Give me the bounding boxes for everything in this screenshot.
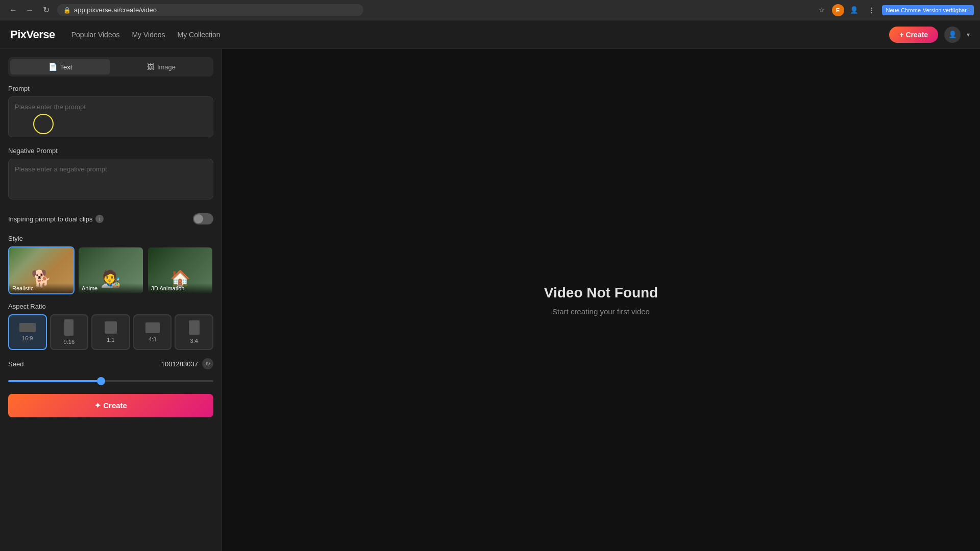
aspect-ratio-label: Aspect Ratio <box>8 303 213 310</box>
inspiring-label-text: Inspiring prompt to dual clips <box>8 215 92 223</box>
right-panel: Video Not Found Start creating your firs… <box>222 49 980 551</box>
prompt-label: Prompt <box>8 85 213 92</box>
lock-icon: 🔒 <box>63 7 71 14</box>
nav-popular-videos[interactable]: Popular Videos <box>71 29 120 41</box>
seed-slider[interactable] <box>8 380 213 382</box>
aspect-label-3-4: 3:4 <box>190 338 198 344</box>
address-bar[interactable]: 🔒 app.pixverse.ai/create/video <box>57 4 363 16</box>
negative-prompt-input[interactable] <box>8 159 213 199</box>
slider-container <box>8 375 213 384</box>
back-button[interactable]: ← <box>6 3 20 17</box>
aspect-label-4-3: 4:3 <box>149 336 156 342</box>
style-label: Style <box>8 235 213 242</box>
aspect-preview-16-9 <box>19 323 36 332</box>
create-top-button[interactable]: + Create <box>889 27 938 43</box>
user-icon-button[interactable]: 👤 <box>944 27 961 43</box>
aspect-ratio-grid: 16:9 9:16 1:1 4:3 <box>8 314 213 350</box>
info-icon[interactable]: i <box>95 215 104 223</box>
chevron-down-button[interactable]: ▾ <box>967 31 970 38</box>
seed-input-group: ↻ <box>147 358 213 369</box>
aspect-label-1-1: 1:1 <box>107 337 114 343</box>
aspect-preview-9-16 <box>64 319 74 336</box>
extension-icon: E <box>832 4 844 16</box>
browser-nav-buttons: ← → ↻ <box>6 3 53 17</box>
negative-prompt-label: Negative Prompt <box>8 147 213 155</box>
profile-button[interactable]: 👤 <box>847 3 862 17</box>
nav-my-videos[interactable]: My Videos <box>132 29 165 41</box>
tab-text[interactable]: 📄 Text <box>10 59 110 74</box>
image-tab-icon: 🖼 <box>147 63 154 71</box>
nav-right: + Create 👤 ▾ <box>889 27 970 43</box>
refresh-button[interactable]: ↻ <box>39 3 53 17</box>
seed-row: Seed ↻ <box>8 358 213 369</box>
top-nav: PixVerse Popular Videos My Videos My Col… <box>0 20 980 49</box>
tab-bar: 📄 Text 🖼 Image <box>8 57 213 77</box>
image-tab-label: Image <box>157 63 176 71</box>
style-card-3d[interactable]: 3D Animation <box>147 246 213 294</box>
menu-button[interactable]: ⋮ <box>865 3 879 17</box>
style-label-3d: 3D Animation <box>148 283 212 293</box>
left-panel: 📄 Text 🖼 Image Prompt Negative Prompt <box>0 49 222 551</box>
forward-button[interactable]: → <box>22 3 37 17</box>
url-text: app.pixverse.ai/create/video <box>74 6 157 14</box>
aspect-card-4-3[interactable]: 4:3 <box>133 314 172 350</box>
prompt-section: Prompt <box>8 85 213 139</box>
style-grid: Realistic Anime 3D Animation <box>8 246 213 294</box>
inspiring-toggle-row: Inspiring prompt to dual clips i <box>8 209 213 229</box>
aspect-label-9-16: 9:16 <box>64 339 75 345</box>
nav-links: Popular Videos My Videos My Collection <box>71 29 220 41</box>
tab-image[interactable]: 🖼 Image <box>111 59 211 74</box>
style-label-anime: Anime <box>79 283 143 293</box>
aspect-preview-3-4 <box>189 320 200 335</box>
text-tab-icon: 📄 <box>48 63 57 71</box>
browser-chrome: ← → ↻ 🔒 app.pixverse.ai/create/video ☆ E… <box>0 0 980 20</box>
video-not-found-title: Video Not Found <box>544 285 658 301</box>
negative-prompt-section: Negative Prompt <box>8 147 213 201</box>
inspiring-toggle[interactable] <box>193 213 213 224</box>
prompt-input[interactable] <box>8 96 213 137</box>
create-bottom-button[interactable]: ✦ Create <box>8 394 213 417</box>
aspect-card-16-9[interactable]: 16:9 <box>8 314 47 350</box>
style-card-anime[interactable]: Anime <box>78 246 144 294</box>
aspect-label-16-9: 16:9 <box>22 335 33 341</box>
aspect-preview-1-1 <box>105 321 117 334</box>
seed-label: Seed <box>8 360 23 368</box>
style-card-realistic[interactable]: Realistic <box>8 246 75 294</box>
style-label-realistic: Realistic <box>9 283 74 293</box>
video-not-found-subtitle: Start creating your first video <box>552 307 650 316</box>
app-container: PixVerse Popular Videos My Videos My Col… <box>0 20 980 551</box>
inspiring-label: Inspiring prompt to dual clips i <box>8 215 104 223</box>
aspect-card-9-16[interactable]: 9:16 <box>50 314 89 350</box>
aspect-preview-4-3 <box>145 322 160 333</box>
aspect-card-3-4[interactable]: 3:4 <box>175 314 213 350</box>
nav-my-collection[interactable]: My Collection <box>178 29 220 41</box>
bookmark-button[interactable]: ☆ <box>815 3 829 17</box>
style-section: Style Realistic Anime 3D Animation <box>8 235 213 294</box>
text-tab-label: Text <box>60 63 72 71</box>
seed-input[interactable] <box>147 360 198 368</box>
aspect-ratio-section: Aspect Ratio 16:9 9:16 1:1 <box>8 303 213 350</box>
toggle-knob <box>194 214 203 223</box>
aspect-card-1-1[interactable]: 1:1 <box>91 314 130 350</box>
main-content: 📄 Text 🖼 Image Prompt Negative Prompt <box>0 49 980 551</box>
seed-refresh-button[interactable]: ↻ <box>202 358 213 369</box>
browser-actions: ☆ E 👤 ⋮ Neue Chrome-Version verfügbar ! <box>815 3 974 17</box>
neue-chrome-banner[interactable]: Neue Chrome-Version verfügbar ! <box>882 5 974 15</box>
logo: PixVerse <box>10 28 55 41</box>
